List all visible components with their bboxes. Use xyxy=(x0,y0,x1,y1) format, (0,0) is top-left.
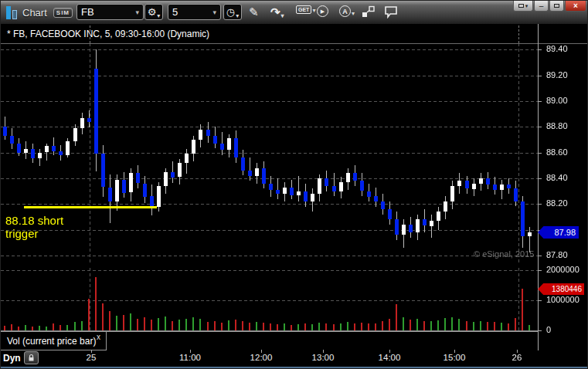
comment-bubble-icon xyxy=(384,5,399,19)
current-volume-badge: 1380446 xyxy=(538,283,584,295)
maximize-button[interactable] xyxy=(549,1,564,12)
price-chart-canvas[interactable] xyxy=(1,43,538,263)
window-controls: ▾ – × xyxy=(513,1,586,12)
chart-icon-bar xyxy=(6,6,11,19)
link-windows-button[interactable] xyxy=(362,5,376,18)
price-tick-label: 89.20 xyxy=(546,70,568,80)
time-axis-label: 11:00 xyxy=(179,353,201,362)
price-tick-label: 89.40 xyxy=(546,44,568,53)
price-tick-mark xyxy=(538,256,542,256)
maximize-icon xyxy=(554,4,559,8)
price-tick-mark xyxy=(538,178,542,179)
interval-value: 5 xyxy=(172,6,178,18)
trigger-annotation-text[interactable]: 88.18 short trigger xyxy=(5,214,63,240)
lock-button[interactable] xyxy=(24,351,39,364)
volume-tick-mark xyxy=(538,300,542,301)
time-axis-label: 26 xyxy=(512,353,522,362)
chevron-down-icon[interactable]: ▾ xyxy=(212,8,216,16)
chevron-down-icon: ▾ xyxy=(525,3,529,9)
redo-arrow-icon[interactable]: ↷▾ xyxy=(270,5,284,19)
price-tick-mark xyxy=(538,153,542,154)
time-axis-label: 13:00 xyxy=(312,353,335,362)
chart-window: Chart SIM FB ▾ ⚙▾ 5 ▾ ◷▾ ✎ ↷▾ GET▾ ▶ A▾ xyxy=(0,0,588,369)
price-tick-mark xyxy=(538,49,542,50)
price-tick-mark xyxy=(538,127,542,127)
window-title: Chart xyxy=(22,7,47,19)
chevron-down-icon: ▾ xyxy=(312,7,315,14)
play-replay-button[interactable]: ▶ xyxy=(317,5,328,17)
chart-title: * FB, FACEBOOK INC, 5, 09:30-16:00 (Dyna… xyxy=(7,29,209,39)
popout-button[interactable]: ▾ xyxy=(513,1,533,12)
auto-a-icon: A xyxy=(339,5,351,17)
volume-tick-label: 0 xyxy=(546,325,551,334)
price-tick-label: 88.80 xyxy=(546,121,568,130)
comment-button[interactable] xyxy=(384,5,399,19)
session-break-line xyxy=(90,25,90,43)
play-icon: ▶ xyxy=(317,5,328,17)
trigger-text-line2: trigger xyxy=(5,227,63,240)
price-tick-label: 87.80 xyxy=(546,250,568,259)
titlebar: Chart SIM FB ▾ ⚙▾ 5 ▾ ◷▾ ✎ ↷▾ GET▾ ▶ A▾ xyxy=(1,1,588,24)
session-break-line xyxy=(518,25,519,43)
gear-icon: ⚙ xyxy=(148,6,157,18)
price-tick-mark xyxy=(538,101,542,102)
time-axis-label: 14:00 xyxy=(379,353,401,362)
symbol-settings-button[interactable]: ⚙▾ xyxy=(144,4,163,20)
chevron-down-icon[interactable]: ▾ xyxy=(135,8,139,16)
chart-app-icon xyxy=(6,6,17,19)
time-axis-label: 12:00 xyxy=(250,353,273,362)
study-label: Vol (current price bar) xyxy=(7,336,96,347)
price-tick-label: 88.20 xyxy=(546,198,568,208)
sim-mode-badge: SIM xyxy=(53,8,73,18)
close-button[interactable]: × xyxy=(565,1,586,12)
volume-tick-label: 2000000 xyxy=(546,265,580,274)
time-template-button[interactable]: ◷▾ xyxy=(223,4,242,20)
volume-chart-canvas[interactable] xyxy=(1,268,538,331)
study-tab-vol[interactable]: Vol (current price bar) xyxy=(1,332,107,350)
price-tick-label: 89.00 xyxy=(546,96,568,105)
time-axis-label: 15:00 xyxy=(444,353,466,362)
symbol-value: FB xyxy=(81,6,94,18)
draw-pencil-icon[interactable]: ✎ xyxy=(249,5,259,19)
chevron-down-icon: ▾ xyxy=(281,12,284,19)
minimize-button[interactable]: – xyxy=(534,1,549,12)
study-close-icon[interactable]: x xyxy=(97,333,100,341)
price-tick-label: 88.40 xyxy=(546,173,568,182)
volume-tick-mark xyxy=(538,330,542,331)
get-icon: GET xyxy=(296,5,311,14)
auto-trade-button[interactable]: A▾ xyxy=(339,5,355,17)
get-data-button[interactable]: GET▾ xyxy=(296,5,315,14)
chevron-down-icon: ▾ xyxy=(236,12,239,19)
volume-tick-mark xyxy=(538,270,542,271)
trigger-text-line1: 88.18 short xyxy=(5,214,63,227)
symbol-combo[interactable]: FB ▾ xyxy=(76,4,144,20)
esignal-watermark: © eSignal, 2015 xyxy=(474,249,534,259)
price-axis-line xyxy=(538,24,539,350)
price-tick-mark xyxy=(538,76,542,76)
volume-tick-label: 1000000 xyxy=(546,295,580,304)
pane-divider xyxy=(1,43,588,44)
last-price-badge: 87.98 xyxy=(538,226,579,239)
link-windows-icon xyxy=(362,5,376,18)
popout-icon xyxy=(518,4,524,8)
chart-icon-bar xyxy=(12,10,17,19)
dyn-mode-label: Dyn xyxy=(3,353,21,364)
clock-icon: ◷ xyxy=(226,6,235,18)
price-tick-mark xyxy=(538,204,542,205)
price-tick-label: 88.60 xyxy=(546,147,568,157)
redo-glyph: ↷ xyxy=(270,5,280,19)
chevron-down-icon: ▾ xyxy=(352,10,355,17)
lock-icon xyxy=(27,354,36,362)
trigger-horizontal-line[interactable] xyxy=(24,206,157,208)
chevron-down-icon: ▾ xyxy=(157,12,160,19)
time-axis-label: 25 xyxy=(87,353,97,362)
interval-combo[interactable]: 5 ▾ xyxy=(168,4,221,20)
